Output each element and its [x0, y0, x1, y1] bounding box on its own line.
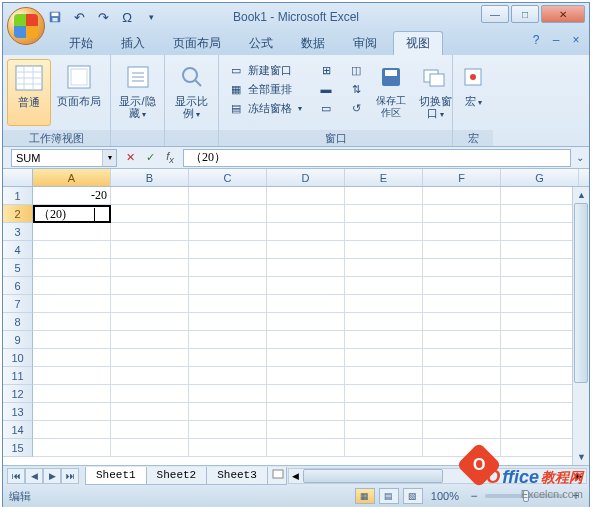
cell-D6[interactable]	[267, 277, 345, 295]
scroll-down-icon[interactable]: ▼	[573, 449, 590, 465]
cell-A9[interactable]	[33, 331, 111, 349]
cell-A11[interactable]	[33, 367, 111, 385]
name-box-dropdown[interactable]: ▾	[102, 150, 116, 166]
tab-data[interactable]: 数据	[289, 32, 337, 55]
cell-G2[interactable]	[501, 205, 579, 223]
sync-scroll-button[interactable]: ⇅	[345, 80, 367, 98]
row-header-3[interactable]: 3	[3, 223, 33, 241]
cell-C4[interactable]	[189, 241, 267, 259]
cell-A6[interactable]	[33, 277, 111, 295]
row-header-10[interactable]: 10	[3, 349, 33, 367]
row-header-2[interactable]: 2	[3, 205, 33, 223]
showhide-button[interactable]: 显示/隐藏▾	[115, 59, 160, 126]
maximize-button[interactable]: □	[511, 5, 539, 23]
scroll-thumb[interactable]	[574, 203, 588, 383]
close-doc-icon[interactable]: ×	[569, 33, 583, 47]
symbol-icon[interactable]: Ω	[119, 9, 135, 25]
cell-A13[interactable]	[33, 403, 111, 421]
cell-E2[interactable]	[345, 205, 423, 223]
row-header-13[interactable]: 13	[3, 403, 33, 421]
cell-B1[interactable]	[111, 187, 189, 205]
cell-C6[interactable]	[189, 277, 267, 295]
column-header-F[interactable]: F	[423, 169, 501, 186]
office-button[interactable]	[7, 7, 45, 45]
cell-E9[interactable]	[345, 331, 423, 349]
column-header-A[interactable]: A	[33, 169, 111, 186]
enter-icon[interactable]: ✓	[141, 149, 159, 167]
formula-input[interactable]: （20）	[183, 149, 571, 167]
scroll-left-icon[interactable]: ◀	[289, 469, 303, 483]
zoom-in-icon[interactable]: +	[569, 489, 583, 503]
row-header-12[interactable]: 12	[3, 385, 33, 403]
reset-pos-button[interactable]: ↺	[345, 99, 367, 117]
cell-C7[interactable]	[189, 295, 267, 313]
cell-G14[interactable]	[501, 421, 579, 439]
cell-A12[interactable]	[33, 385, 111, 403]
cell-C9[interactable]	[189, 331, 267, 349]
cell-B10[interactable]	[111, 349, 189, 367]
cell-D15[interactable]	[267, 439, 345, 457]
cell-D10[interactable]	[267, 349, 345, 367]
cell-D7[interactable]	[267, 295, 345, 313]
save-icon[interactable]	[47, 9, 63, 25]
cell-C12[interactable]	[189, 385, 267, 403]
normal-view-button[interactable]: 普通	[7, 59, 51, 126]
pagebreak-status-icon[interactable]: ▧	[403, 488, 423, 504]
cell-B8[interactable]	[111, 313, 189, 331]
sheet-tab-Sheet3[interactable]: Sheet3	[206, 467, 268, 485]
scroll-right-icon[interactable]: ▶	[572, 469, 586, 483]
cell-A5[interactable]	[33, 259, 111, 277]
column-header-C[interactable]: C	[189, 169, 267, 186]
cell-F5[interactable]	[423, 259, 501, 277]
tab-home[interactable]: 开始	[57, 32, 105, 55]
zoom-out-icon[interactable]: −	[467, 489, 481, 503]
cell-G9[interactable]	[501, 331, 579, 349]
switch-window-button[interactable]: 切换窗口▾	[413, 59, 457, 126]
cell-G5[interactable]	[501, 259, 579, 277]
cell-F4[interactable]	[423, 241, 501, 259]
cell-E10[interactable]	[345, 349, 423, 367]
scroll-up-icon[interactable]: ▲	[573, 187, 590, 203]
cell-A1[interactable]: -20	[33, 187, 111, 205]
cell-D5[interactable]	[267, 259, 345, 277]
cell-F9[interactable]	[423, 331, 501, 349]
hscroll-thumb[interactable]	[303, 469, 443, 483]
cell-F12[interactable]	[423, 385, 501, 403]
zoom-button[interactable]: 显示比例▾	[169, 59, 214, 126]
new-window-button[interactable]: ▭新建窗口	[225, 61, 305, 79]
cell-D4[interactable]	[267, 241, 345, 259]
cell-G8[interactable]	[501, 313, 579, 331]
horizontal-scrollbar[interactable]: ◀ ▶	[288, 468, 587, 484]
cell-B11[interactable]	[111, 367, 189, 385]
macros-button[interactable]: 宏▾	[457, 59, 489, 126]
tab-review[interactable]: 审阅	[341, 32, 389, 55]
row-header-1[interactable]: 1	[3, 187, 33, 205]
cell-D3[interactable]	[267, 223, 345, 241]
cell-C11[interactable]	[189, 367, 267, 385]
cell-F10[interactable]	[423, 349, 501, 367]
cell-E12[interactable]	[345, 385, 423, 403]
normal-view-status-icon[interactable]: ▦	[355, 488, 375, 504]
name-box[interactable]: SUM ▾	[11, 149, 117, 167]
cell-F2[interactable]	[423, 205, 501, 223]
cell-D9[interactable]	[267, 331, 345, 349]
split-button[interactable]: ⊞	[315, 61, 337, 79]
row-header-6[interactable]: 6	[3, 277, 33, 295]
cell-E3[interactable]	[345, 223, 423, 241]
cell-E6[interactable]	[345, 277, 423, 295]
cell-C2[interactable]	[189, 205, 267, 223]
cell-E13[interactable]	[345, 403, 423, 421]
cell-G3[interactable]	[501, 223, 579, 241]
cell-C8[interactable]	[189, 313, 267, 331]
cell-F11[interactable]	[423, 367, 501, 385]
cell-D2[interactable]	[267, 205, 345, 223]
tab-view[interactable]: 视图	[393, 31, 443, 55]
side-by-side-button[interactable]: ◫	[345, 61, 367, 79]
close-button[interactable]: ✕	[541, 5, 585, 23]
cell-C13[interactable]	[189, 403, 267, 421]
min-ribbon-icon[interactable]: –	[549, 33, 563, 47]
select-all-corner[interactable]	[3, 169, 33, 186]
minimize-button[interactable]: —	[481, 5, 509, 23]
cell-B7[interactable]	[111, 295, 189, 313]
zoom-thumb[interactable]	[523, 490, 529, 502]
